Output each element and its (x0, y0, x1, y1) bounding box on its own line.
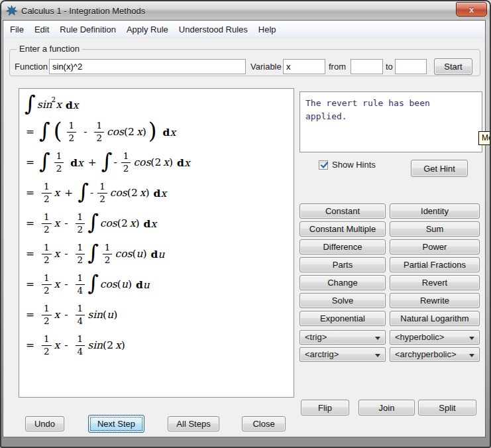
next-step-button[interactable]: Next Step (88, 415, 144, 433)
undo-button[interactable]: Undo (25, 416, 64, 431)
tooltip-partial: Me (478, 131, 491, 145)
function-input[interactable] (49, 59, 246, 74)
from-label: from (329, 60, 346, 74)
start-button[interactable]: Start (434, 58, 472, 75)
app-icon (6, 5, 17, 17)
math-step-line: =12x+∫-12cos(2x)dx (25, 178, 291, 208)
hint-message-box: The revert rule has been applied. (300, 91, 482, 152)
chevron-down-icon (375, 337, 380, 340)
client-area: FileEditRule DefinitionApply RuleUnderst… (3, 20, 486, 437)
math-step-line: =12x-14sin(u) (25, 300, 291, 330)
dropdown-label: <hyperbolic> (395, 332, 444, 342)
app-window: Calculus 1 - Integration Methods x FileE… (0, 0, 491, 448)
math-steps-panel: ∫sin2xdx=∫(12-12cos(2x))dx=∫12dx+∫-12cos… (19, 88, 294, 398)
dropdown-trig[interactable]: <trig> (300, 330, 386, 345)
split-button[interactable]: Split (418, 400, 476, 416)
dropdown-archyperbolic[interactable]: <archyperbolic> (390, 347, 480, 362)
menu-item-edit[interactable]: Edit (29, 22, 54, 37)
checkmark-icon (319, 160, 330, 171)
dropdown-label: <archyperbolic> (395, 349, 457, 359)
menu-item-help[interactable]: Help (253, 22, 282, 37)
dropdown-label: <trig> (305, 332, 327, 342)
dropdown-label: <arctrig> (305, 349, 339, 359)
math-step-line: =∫12dx+∫-12cos(2x)dx (25, 147, 291, 178)
dropdown-arctrig[interactable]: <arctrig> (300, 347, 386, 362)
variable-label: Variable (250, 60, 282, 74)
show-hints-checkbox[interactable] (319, 160, 328, 170)
close-button[interactable]: Close (242, 416, 286, 431)
rule-button-partial-fractions[interactable]: Partial Fractions (390, 257, 480, 272)
rule-button-natural-logarithm[interactable]: Natural Logarithm (390, 311, 480, 326)
rule-button-rewrite[interactable]: Rewrite (390, 293, 480, 308)
math-step-line: =12x-12∫12cos(u)du (25, 239, 291, 269)
rule-button-difference[interactable]: Difference (300, 239, 386, 254)
rule-button-constant[interactable]: Constant (300, 203, 386, 219)
math-step-line: =∫(12-12cos(2x))dx (25, 117, 291, 147)
to-label: to (386, 60, 393, 74)
get-hint-button[interactable]: Get Hint (411, 160, 468, 177)
dropdown-hyperbolic[interactable]: <hyperbolic> (390, 330, 480, 345)
rule-button-change[interactable]: Change (300, 275, 386, 290)
flip-button[interactable]: Flip (301, 400, 349, 416)
from-input[interactable] (351, 59, 383, 74)
chevron-down-icon (469, 354, 474, 357)
menu-item-understood-rules[interactable]: Understood Rules (174, 22, 253, 37)
close-window-button[interactable]: x (456, 2, 487, 17)
group-legend: Enter a function (17, 44, 82, 54)
join-button[interactable]: Join (358, 400, 415, 416)
rule-button-power[interactable]: Power (390, 239, 480, 254)
rule-button-sum[interactable]: Sum (390, 221, 480, 237)
chevron-down-icon (375, 354, 380, 357)
show-hints-label: Show Hints (332, 160, 376, 170)
math-step-line: =12x-12∫cos(2x)dx (25, 208, 291, 239)
all-steps-button[interactable]: All Steps (168, 416, 219, 431)
chevron-down-icon (469, 337, 474, 340)
rule-button-parts[interactable]: Parts (300, 257, 386, 272)
menu-item-apply-rule[interactable]: Apply Rule (121, 22, 174, 37)
rule-button-revert[interactable]: Revert (390, 275, 480, 290)
variable-input[interactable] (283, 59, 325, 74)
menu-item-rule-definition[interactable]: Rule Definition (54, 22, 121, 37)
window-title: Calculus 1 - Integration Methods (21, 6, 145, 16)
to-input[interactable] (395, 59, 427, 74)
function-label: Function (15, 60, 48, 74)
rule-button-exponential[interactable]: Exponential (300, 311, 386, 326)
math-step-line: ∫sin2xdx (25, 93, 291, 117)
rule-button-identity[interactable]: Identity (390, 203, 480, 219)
rule-button-solve[interactable]: Solve (300, 293, 386, 308)
menu-bar: FileEditRule DefinitionApply RuleUnderst… (3, 21, 485, 38)
title-bar: Calculus 1 - Integration Methods x (1, 1, 490, 20)
menu-item-file[interactable]: File (5, 22, 29, 37)
math-step-line: =12x-14sin(2x) (25, 330, 291, 361)
rule-button-constant-multiple[interactable]: Constant Multiple (300, 221, 386, 237)
math-step-line: =12x-14∫cos(u)du (25, 269, 291, 300)
